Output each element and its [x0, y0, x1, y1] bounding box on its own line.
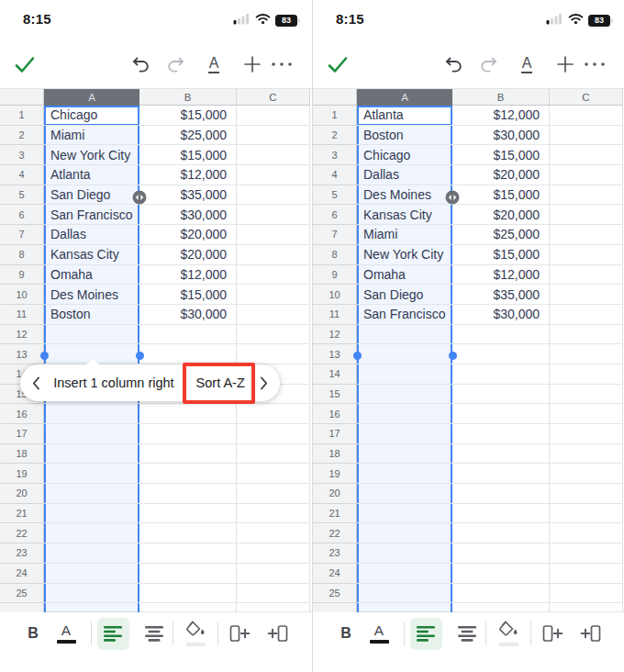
column-header-C[interactable]: C: [550, 89, 623, 106]
cell-C9[interactable]: [550, 265, 623, 286]
row-header-10[interactable]: 10: [313, 285, 357, 305]
row-header-11[interactable]: 11: [0, 305, 44, 325]
cell-A8[interactable]: New York City: [357, 245, 452, 265]
cell-C24[interactable]: [550, 564, 623, 584]
undo-button[interactable]: [128, 40, 153, 88]
cell-B6[interactable]: $30,000: [139, 205, 237, 225]
cell-B11[interactable]: $30,000: [452, 305, 550, 325]
align-left-button[interactable]: [409, 616, 442, 651]
cell-A20[interactable]: [44, 484, 139, 504]
row-header-12[interactable]: 12: [0, 325, 44, 345]
cell-B8[interactable]: $15,000: [452, 245, 550, 265]
cell-A8[interactable]: Kansas City: [44, 245, 139, 265]
cell-C4[interactable]: [550, 165, 623, 185]
row-header-18[interactable]: 18: [313, 444, 357, 465]
cell-C5[interactable]: [237, 185, 310, 206]
row-header-1[interactable]: 1: [313, 106, 357, 126]
column-header-B[interactable]: B: [452, 89, 550, 106]
row-header-16[interactable]: 16: [0, 404, 44, 424]
column-header-B[interactable]: B: [139, 89, 237, 106]
insert-column-left-button[interactable]: [224, 616, 257, 651]
row-header-23[interactable]: 23: [0, 543, 44, 564]
row-header-26[interactable]: [0, 603, 44, 612]
row-header-26[interactable]: [313, 603, 357, 612]
row-header-10[interactable]: 10: [0, 285, 44, 305]
cell-B15[interactable]: [452, 385, 550, 405]
cell-B22[interactable]: [452, 523, 550, 543]
cell-C26[interactable]: [237, 603, 310, 612]
cell-A1[interactable]: Atlanta: [357, 106, 452, 126]
cell-A3[interactable]: Chicago: [357, 145, 452, 165]
cell-C11[interactable]: [550, 305, 623, 325]
cell-A12[interactable]: [357, 325, 452, 345]
row-header-25[interactable]: 25: [0, 584, 44, 604]
cell-A4[interactable]: Dallas: [357, 165, 452, 185]
cell-B10[interactable]: $35,000: [452, 285, 550, 305]
cell-C16[interactable]: [237, 404, 310, 424]
cell-C19[interactable]: [237, 464, 310, 484]
cell-A22[interactable]: [44, 523, 139, 543]
cell-B16[interactable]: [452, 404, 550, 424]
row-header-24[interactable]: 24: [0, 564, 44, 584]
cell-A24[interactable]: [44, 564, 139, 584]
align-center-button[interactable]: [138, 616, 171, 651]
cell-B20[interactable]: [139, 484, 237, 504]
cell-C1[interactable]: [550, 106, 623, 126]
cell-C16[interactable]: [550, 404, 623, 424]
row-header-13[interactable]: 13: [313, 344, 357, 364]
cell-C19[interactable]: [550, 464, 623, 484]
cell-A7[interactable]: Dallas: [44, 225, 139, 245]
cell-C8[interactable]: [237, 245, 310, 265]
cell-A9[interactable]: Omaha: [44, 265, 139, 286]
bold-button[interactable]: B: [17, 616, 50, 651]
context-menu-prev-button[interactable]: [30, 364, 41, 401]
cell-C8[interactable]: [550, 245, 623, 265]
row-header-23[interactable]: 23: [313, 543, 357, 564]
cell-A18[interactable]: [44, 444, 139, 465]
cell-A16[interactable]: [44, 404, 139, 424]
fill-color-button[interactable]: [179, 616, 212, 651]
column-header-C[interactable]: C: [237, 89, 310, 106]
row-header-7[interactable]: 7: [313, 225, 357, 245]
row-header-20[interactable]: 20: [0, 484, 44, 504]
row-header-18[interactable]: 18: [0, 444, 44, 465]
row-header-12[interactable]: 12: [313, 325, 357, 345]
cell-B17[interactable]: [452, 424, 550, 444]
cell-A2[interactable]: Miami: [44, 126, 139, 146]
row-header-6[interactable]: 6: [0, 205, 44, 225]
row-header-25[interactable]: 25: [313, 584, 357, 604]
row-header-14[interactable]: 14: [313, 364, 357, 385]
cell-B9[interactable]: $12,000: [452, 265, 550, 286]
redo-button[interactable]: [162, 40, 188, 88]
cell-C3[interactable]: [237, 145, 310, 165]
cell-B19[interactable]: [452, 464, 550, 484]
undo-button[interactable]: [440, 40, 466, 88]
row-header-20[interactable]: 20: [313, 484, 357, 504]
insert-column-right-button[interactable]: [574, 616, 607, 651]
column-resize-handle-icon[interactable]: [445, 190, 460, 205]
row-header-2[interactable]: 2: [313, 126, 357, 146]
cell-B24[interactable]: [452, 564, 550, 584]
cell-A5[interactable]: San Diego: [44, 185, 139, 206]
cell-A4[interactable]: Atlanta: [44, 165, 139, 185]
cell-A21[interactable]: [44, 504, 139, 524]
cell-C18[interactable]: [237, 444, 310, 465]
cell-C10[interactable]: [237, 285, 310, 305]
cell-B2[interactable]: $30,000: [452, 126, 550, 146]
column-resize-handle-icon[interactable]: [132, 190, 147, 205]
cell-A14[interactable]: [357, 364, 452, 385]
cell-C1[interactable]: [237, 106, 310, 126]
cell-A16[interactable]: [357, 404, 452, 424]
text-format-button[interactable]: A: [514, 40, 540, 88]
cell-B2[interactable]: $25,000: [139, 126, 237, 146]
row-header-13[interactable]: 13: [0, 344, 44, 364]
cell-C26[interactable]: [550, 603, 623, 612]
cell-A1[interactable]: Chicago: [44, 106, 139, 126]
cell-A25[interactable]: [357, 584, 452, 604]
selection-handle-left[interactable]: [40, 352, 49, 360]
cell-A17[interactable]: [357, 424, 452, 444]
cell-B5[interactable]: $15,000: [452, 185, 550, 206]
cell-C12[interactable]: [550, 325, 623, 345]
cell-C17[interactable]: [237, 424, 310, 444]
cell-C23[interactable]: [237, 543, 310, 564]
